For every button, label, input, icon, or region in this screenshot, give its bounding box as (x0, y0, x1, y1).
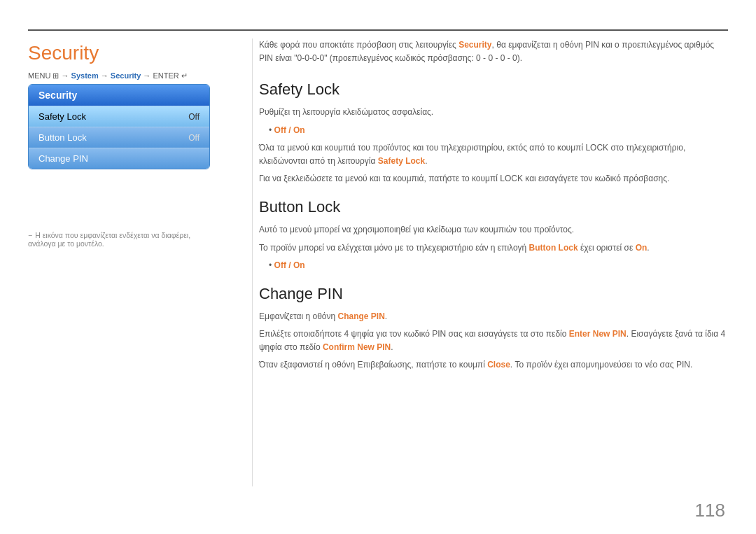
off-on-label2: Off / On (274, 260, 305, 270)
change-pin-desc1: Εμφανίζεται η οθόνη Change PIN. (259, 310, 728, 323)
menu-panel-header: Security (29, 85, 209, 106)
button-lock-bullet1: Off / On (269, 259, 728, 272)
section-title-safety-lock: Safety Lock (259, 80, 728, 99)
security-label: Security (111, 71, 141, 80)
confirm-new-pin-label: Confirm New PIN (323, 342, 391, 352)
menu-item-safety-lock[interactable]: Safety Lock Off (29, 106, 209, 127)
arrow2: → (101, 71, 111, 80)
menu-path: MENU ⊞ → System → Security → ENTER ↵ (28, 71, 188, 80)
right-column: Κάθε φορά που αποκτάτε πρόσβαση στις λει… (259, 38, 728, 385)
button-lock-inline1: Button Lock (529, 243, 578, 253)
close-label: Close (487, 360, 510, 370)
safety-lock-desc1: Ρυθμίζει τη λειτουργία κλειδώματος ασφαλ… (259, 106, 728, 119)
button-lock-inline2: On (636, 243, 648, 253)
change-pin-desc3: Όταν εξαφανιστεί η οθόνη Επιβεβαίωσης, π… (259, 358, 728, 372)
off-on-label: Off / On (274, 125, 305, 135)
intro-paragraph: Κάθε φορά που αποκτάτε πρόσβαση στις λει… (259, 38, 728, 65)
button-lock-desc1: Αυτό το μενού μπορεί να χρησιμοποιηθεί γ… (259, 223, 728, 237)
page-title: Security (28, 42, 99, 64)
section-change-pin: Change PIN Εμφανίζεται η οθόνη Change PI… (259, 285, 728, 372)
section-title-change-pin: Change PIN (259, 285, 728, 303)
enter-new-pin-label: Enter New PIN (569, 329, 626, 339)
system-label: System (71, 71, 99, 80)
safety-lock-desc3: Για να ξεκλειδώσετε τα μενού και τα κουμ… (259, 172, 728, 185)
section-title-button-lock: Button Lock (259, 198, 728, 216)
arrow1: → (62, 71, 71, 80)
menu-label: MENU (28, 71, 52, 80)
safety-lock-desc2: Όλα τα μενού και κουμπιά του προϊόντος κ… (259, 141, 728, 168)
menu-item-change-pin[interactable]: Change PIN (29, 148, 209, 169)
change-pin-desc2: Επιλέξτε οποιαδήποτε 4 ψηφία για τον κωδ… (259, 328, 728, 354)
menu-item-label: Safety Lock (38, 111, 86, 122)
button-lock-desc2: Το προϊόν μπορεί να ελέγχεται μόνο με το… (259, 241, 728, 255)
safety-lock-bullet1: Off / On (269, 124, 728, 137)
top-divider (28, 29, 728, 31)
section-safety-lock: Safety Lock Ρυθμίζει τη λειτουργία κλειδ… (259, 80, 728, 185)
arrow3: → (143, 71, 153, 80)
section-button-lock: Button Lock Αυτό το μενού μπορεί να χρησ… (259, 198, 728, 272)
page-number: 118 (695, 500, 725, 521)
safety-lock-inline: Safety Lock (378, 156, 425, 166)
change-pin-inline1: Change PIN (338, 311, 385, 321)
enter-label: ENTER ↵ (153, 71, 187, 80)
intro-highlight: Security (458, 40, 491, 50)
menu-item-value: Off (188, 112, 200, 122)
menu-item-button-lock[interactable]: Button Lock Off (29, 127, 209, 148)
menu-item-label: Change PIN (38, 153, 88, 164)
menu-icon: ⊞ (52, 71, 59, 80)
column-divider (252, 38, 253, 486)
menu-panel: Security Safety Lock Off Button Lock Off… (28, 84, 210, 169)
menu-item-label: Button Lock (38, 132, 87, 143)
menu-item-value: Off (188, 133, 200, 143)
footnote: Η εικόνα που εμφανίζεται ενδέχεται να δι… (28, 231, 210, 248)
